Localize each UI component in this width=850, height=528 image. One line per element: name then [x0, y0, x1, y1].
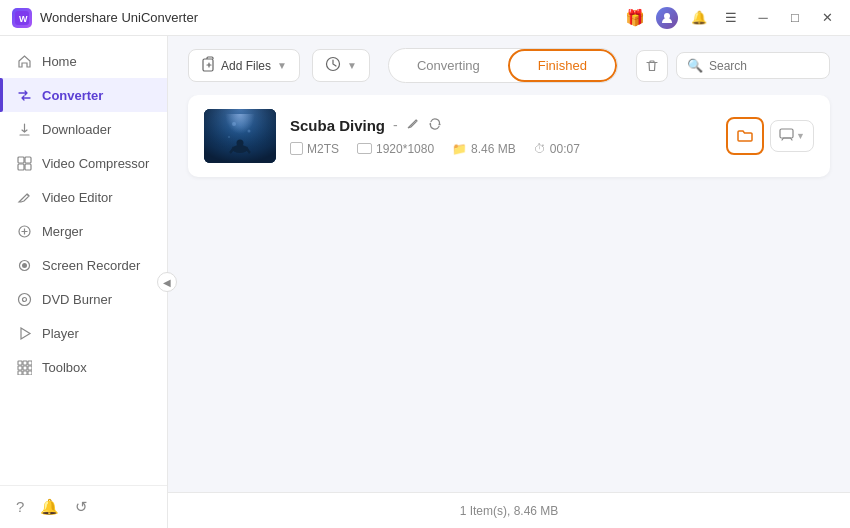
svg-rect-5	[18, 164, 24, 170]
file-size: 8.46 MB	[471, 142, 516, 156]
file-info: Scuba Diving -	[290, 117, 712, 156]
compressor-icon	[16, 155, 32, 171]
convert-dropdown-icon: ▼	[347, 60, 357, 71]
feedback-icon[interactable]: ↺	[75, 498, 88, 516]
toolbar-right: 🔍	[636, 50, 830, 82]
svg-text:W: W	[19, 14, 28, 24]
help-icon[interactable]: ?	[16, 498, 24, 516]
file-duration: 00:07	[550, 142, 580, 156]
svg-rect-15	[18, 366, 22, 370]
format-icon	[290, 142, 303, 155]
clock-icon: ⏱	[534, 142, 546, 156]
bell-icon[interactable]: 🔔	[688, 7, 710, 29]
search-icon: 🔍	[687, 58, 703, 73]
svg-rect-19	[23, 371, 27, 375]
message-icon	[779, 127, 794, 145]
edit-filename-icon[interactable]	[406, 117, 420, 134]
user-avatar[interactable]	[656, 7, 678, 29]
toolbar: Add Files ▼ ▼ Converting Finish	[168, 36, 850, 95]
svg-rect-16	[23, 366, 27, 370]
collapse-sidebar-button[interactable]: ◀	[157, 272, 177, 292]
close-icon[interactable]: ✕	[816, 7, 838, 29]
sidebar-item-label-converter: Converter	[42, 88, 103, 103]
file-name-row: Scuba Diving -	[290, 117, 712, 134]
sidebar-item-screen-recorder[interactable]: Screen Recorder	[0, 248, 167, 282]
dvd-icon	[16, 291, 32, 307]
tab-group: Converting Finished	[388, 48, 618, 83]
file-thumbnail	[204, 109, 276, 163]
file-list-area: Scuba Diving -	[168, 95, 850, 492]
sidebar-item-video-editor[interactable]: Video Editor	[0, 180, 167, 214]
file-card: Scuba Diving -	[188, 95, 830, 177]
status-text: 1 Item(s), 8.46 MB	[460, 504, 559, 518]
app-title: Wondershare UniConverter	[40, 10, 198, 25]
player-icon	[16, 325, 32, 341]
sidebar-item-dvd-burner[interactable]: DVD Burner	[0, 282, 167, 316]
title-bar: W Wondershare UniConverter 🎁 🔔 ☰ ─ □ ✕	[0, 0, 850, 36]
meta-size: 📁 8.46 MB	[452, 142, 516, 156]
converter-icon	[16, 87, 32, 103]
sidebar-item-player[interactable]: Player	[0, 316, 167, 350]
notification-icon[interactable]: 🔔	[40, 498, 59, 516]
file-dash: -	[393, 117, 398, 133]
merger-icon	[16, 223, 32, 239]
delete-icon-button[interactable]	[636, 50, 668, 82]
converting-tab[interactable]: Converting	[389, 49, 508, 82]
downloader-icon	[16, 121, 32, 137]
gift-icon[interactable]: 🎁	[624, 7, 646, 29]
sidebar-item-toolbox[interactable]: Toolbox	[0, 350, 167, 384]
open-folder-button[interactable]	[726, 117, 764, 155]
sidebar-item-label-home: Home	[42, 54, 77, 69]
sidebar-item-label-downloader: Downloader	[42, 122, 111, 137]
sidebar-item-video-compressor[interactable]: Video Compressor	[0, 146, 167, 180]
svg-rect-3	[18, 157, 24, 163]
svg-rect-18	[18, 371, 22, 375]
sidebar-item-converter[interactable]: Converter	[0, 78, 167, 112]
content-area: Add Files ▼ ▼ Converting Finish	[168, 36, 850, 528]
search-input[interactable]	[709, 59, 819, 73]
sidebar-item-label-player: Player	[42, 326, 79, 341]
add-files-button[interactable]: Add Files ▼	[188, 49, 300, 82]
file-format: M2TS	[307, 142, 339, 156]
meta-resolution: 1920*1080	[357, 142, 434, 156]
sidebar-item-label-recorder: Screen Recorder	[42, 258, 140, 273]
sidebar-item-merger[interactable]: Merger	[0, 214, 167, 248]
svg-rect-6	[25, 164, 31, 170]
sidebar-item-label-dvd: DVD Burner	[42, 292, 112, 307]
editor-icon	[16, 189, 32, 205]
file-actions: ▼	[726, 117, 814, 155]
sidebar-item-label-toolbox: Toolbox	[42, 360, 87, 375]
maximize-icon[interactable]: □	[784, 7, 806, 29]
toolbox-icon	[16, 359, 32, 375]
sidebar-item-label-merger: Merger	[42, 224, 83, 239]
add-files-label: Add Files	[221, 59, 271, 73]
svg-rect-4	[25, 157, 31, 163]
add-convert-button[interactable]: ▼	[312, 49, 370, 82]
svg-point-9	[22, 263, 27, 268]
sidebar-item-home[interactable]: Home	[0, 44, 167, 78]
sidebar-item-downloader[interactable]: Downloader	[0, 112, 167, 146]
refresh-icon[interactable]	[428, 117, 442, 134]
sidebar-nav: Home Converter Downloader	[0, 36, 167, 485]
finished-tab[interactable]: Finished	[508, 49, 617, 82]
svg-rect-30	[780, 129, 793, 138]
svg-rect-13	[23, 361, 27, 365]
svg-rect-14	[28, 361, 32, 365]
search-box: 🔍	[676, 52, 830, 79]
minimize-icon[interactable]: ─	[752, 7, 774, 29]
sidebar-bottom: ? 🔔 ↺	[0, 485, 167, 528]
add-files-dropdown-icon: ▼	[277, 60, 287, 71]
sidebar-item-label-editor: Video Editor	[42, 190, 113, 205]
resolution-icon	[357, 143, 372, 154]
file-meta-row: M2TS 1920*1080 📁 8.46 MB ⏱ 00:07	[290, 142, 712, 156]
svg-point-27	[228, 136, 230, 138]
dropdown-chevron-icon: ▼	[796, 131, 805, 141]
file-name: Scuba Diving	[290, 117, 385, 134]
toolbar-center: Converting Finished	[386, 48, 620, 83]
svg-point-29	[237, 140, 244, 147]
folder-icon: 📁	[452, 142, 467, 156]
more-actions-button[interactable]: ▼	[770, 120, 814, 152]
main-layout: Home Converter Downloader	[0, 36, 850, 528]
menu-icon[interactable]: ☰	[720, 7, 742, 29]
status-bar: 1 Item(s), 8.46 MB	[168, 492, 850, 528]
